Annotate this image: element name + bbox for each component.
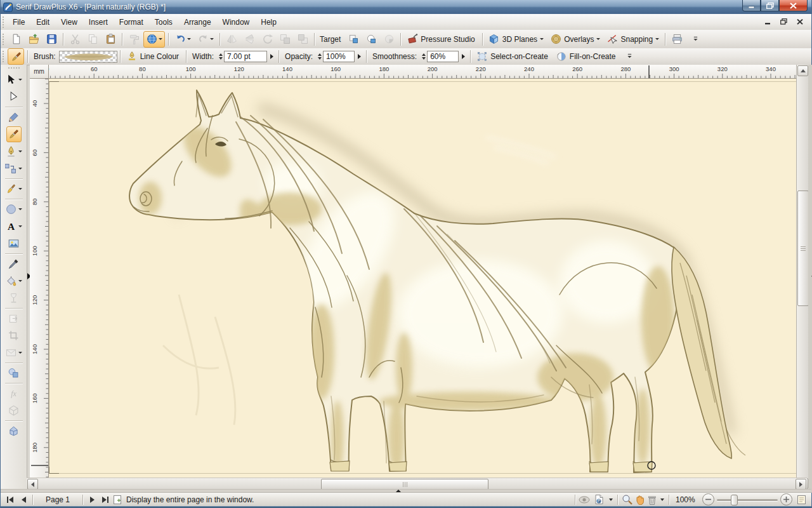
menu-arrange[interactable]: Arrange (178, 15, 217, 29)
smoothness-input[interactable]: 60% (427, 51, 459, 62)
vertical-scrollbar-thumb[interactable] (797, 190, 809, 306)
drawing-canvas[interactable] (49, 79, 796, 478)
next-page-button[interactable] (86, 494, 98, 505)
opacity-stepper[interactable] (318, 53, 322, 60)
right-panel-flyout-arrow-icon[interactable] (808, 273, 812, 279)
line-colour-button[interactable]: Line Colour (124, 48, 183, 65)
fit-page-button[interactable] (795, 494, 808, 505)
menu-file[interactable]: File (7, 15, 30, 29)
last-page-button[interactable] (98, 494, 111, 505)
toolbar-grip[interactable] (8, 67, 20, 70)
zoom-in-button[interactable] (780, 493, 792, 505)
open-icon (27, 33, 40, 46)
width-flyout-button[interactable] (268, 51, 276, 62)
menubar-grip[interactable] (2, 17, 5, 28)
globe-icon (145, 33, 158, 46)
scroll-left-button[interactable] (27, 479, 38, 490)
page-indicator[interactable]: Page 1 (36, 495, 80, 504)
document-restore-button[interactable] (777, 16, 790, 27)
zoom-tool-button[interactable] (620, 494, 633, 505)
close-button[interactable] (779, 0, 808, 11)
scroll-up-button[interactable] (797, 65, 808, 76)
pen-tool[interactable] (4, 144, 24, 159)
paintbrush-tool[interactable] (6, 126, 22, 142)
paint-inside-button[interactable] (363, 31, 379, 48)
select-on-create-toggle[interactable]: Select-on-Create (474, 48, 552, 65)
separator (665, 33, 665, 46)
menu-help[interactable]: Help (255, 15, 282, 29)
text-tool[interactable]: A (4, 218, 24, 234)
undo-button[interactable] (172, 31, 193, 48)
restore-button[interactable] (761, 0, 779, 11)
document-close-button[interactable] (793, 16, 806, 27)
zoom-out-button[interactable] (702, 493, 714, 505)
colour-picker-tool[interactable] (6, 256, 22, 272)
view-quality-icon[interactable] (578, 494, 591, 505)
picker-icon (8, 258, 20, 271)
minimize-button[interactable] (742, 0, 761, 11)
pencil-tool[interactable] (6, 109, 22, 125)
insert-hyperlink-button[interactable] (143, 31, 165, 48)
fill-on-create-toggle[interactable]: Fill-on-Create (553, 48, 620, 65)
delete-pages-button[interactable] (646, 494, 658, 505)
connector-tool[interactable] (4, 161, 24, 177)
pointer-tool[interactable] (4, 72, 24, 88)
width-input[interactable]: 7.00 pt (224, 51, 267, 62)
eraser-brush-tool[interactable] (4, 181, 24, 197)
paintbrush-mode-button[interactable] (8, 48, 24, 65)
zoom-slider-thumb[interactable] (731, 495, 738, 505)
menu-tools[interactable]: Tools (149, 15, 178, 29)
context-toolbar-grip[interactable] (2, 51, 5, 62)
overlays-button[interactable]: Overlays (547, 31, 603, 48)
opacity-input[interactable]: 100% (323, 51, 355, 62)
save-button[interactable] (43, 31, 60, 48)
print-button[interactable] (669, 31, 685, 48)
vertical-scrollbar[interactable] (796, 65, 808, 490)
context-toolbar-overflow-button[interactable] (621, 48, 639, 65)
pseudo-3d-tool[interactable] (6, 423, 22, 439)
horizontal-scrollbar[interactable] (27, 478, 807, 490)
first-page-button[interactable] (4, 494, 17, 505)
previous-page-button[interactable] (17, 494, 30, 505)
hintline-splitter-handle[interactable] (395, 486, 402, 493)
toolbar-overflow-button[interactable] (686, 31, 704, 48)
snapping-button-label: Snapping (620, 35, 653, 44)
pan-tool-button[interactable] (633, 494, 646, 505)
zoom-level[interactable]: 100% (676, 495, 698, 504)
menu-window[interactable]: Window (217, 15, 256, 29)
brush-preview-swatch[interactable] (59, 51, 117, 63)
width-stepper[interactable] (219, 53, 223, 60)
page-manager-icon[interactable] (111, 494, 124, 505)
bring-forward-button (277, 31, 293, 48)
quickshape-tool[interactable] (4, 201, 24, 217)
open-button[interactable] (25, 31, 42, 48)
ruler-units-box[interactable]: mm (30, 65, 49, 79)
smoothness-flyout-button[interactable] (459, 51, 468, 62)
smoothness-stepper[interactable] (422, 53, 426, 60)
document-minimize-button[interactable] (761, 16, 775, 27)
menu-edit[interactable]: Edit (30, 15, 55, 29)
separator (5, 253, 23, 254)
pressure-studio-button-label: Pressure Studio (421, 35, 475, 44)
paint-behind-button[interactable] (345, 31, 362, 48)
fill-tool[interactable] (4, 273, 24, 289)
crop-tool (6, 328, 22, 344)
delete-dropdown-arrow-icon[interactable] (658, 494, 666, 505)
scroll-right-button[interactable] (796, 479, 806, 490)
picture-tool[interactable] (6, 236, 22, 251)
pressure-studio-button[interactable]: Pressure Studio (404, 31, 478, 48)
zoom-slider[interactable] (717, 494, 778, 505)
paste-button[interactable] (102, 31, 119, 48)
menu-view[interactable]: View (55, 15, 83, 29)
preview-dropdown-arrow-icon[interactable] (607, 494, 615, 505)
new-document-button[interactable] (8, 31, 24, 48)
menu-format[interactable]: Format (114, 15, 149, 29)
opacity-flyout-button[interactable] (355, 51, 363, 62)
node-tool[interactable] (6, 89, 22, 105)
menu-insert[interactable]: Insert (83, 15, 114, 29)
snapping-button[interactable]: Snapping (604, 31, 662, 48)
toolbar-grip[interactable] (2, 34, 5, 45)
3d-planes-button[interactable]: 3D Planes (486, 31, 546, 48)
preview-mode-button[interactable]: P (591, 494, 607, 505)
blend-tool[interactable] (6, 365, 22, 381)
